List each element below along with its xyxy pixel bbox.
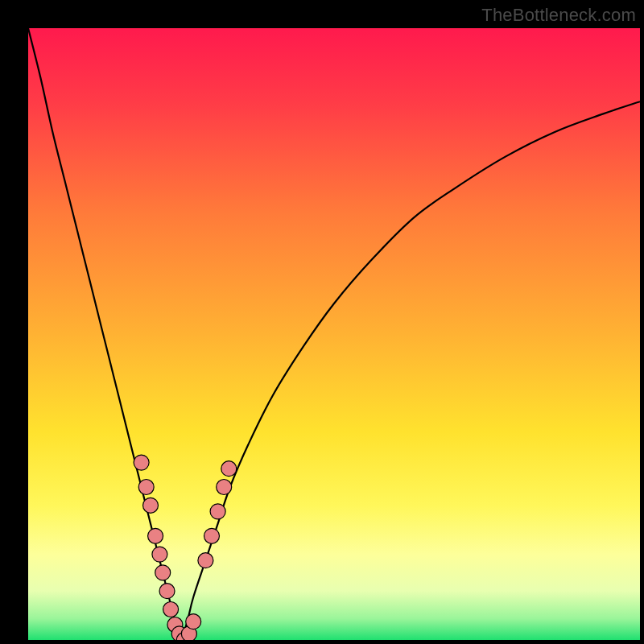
data-marker bbox=[159, 584, 175, 599]
data-marker bbox=[155, 565, 171, 580]
data-marker bbox=[152, 547, 167, 562]
data-marker bbox=[134, 455, 149, 470]
data-marker bbox=[204, 528, 220, 543]
data-marker bbox=[148, 528, 163, 543]
right-curve bbox=[181, 101, 640, 640]
chart-svg bbox=[28, 28, 640, 640]
plot-area bbox=[28, 28, 640, 640]
data-marker bbox=[186, 614, 201, 630]
chart-frame: TheBottleneck.com bbox=[0, 0, 644, 644]
watermark-text: TheBottleneck.com bbox=[481, 5, 636, 26]
marker-layer bbox=[134, 455, 237, 640]
data-marker bbox=[221, 461, 237, 477]
data-marker bbox=[217, 480, 232, 495]
data-marker bbox=[210, 504, 225, 519]
data-marker bbox=[198, 553, 213, 568]
data-marker bbox=[138, 480, 154, 495]
data-marker bbox=[143, 497, 159, 513]
data-marker bbox=[163, 602, 179, 617]
